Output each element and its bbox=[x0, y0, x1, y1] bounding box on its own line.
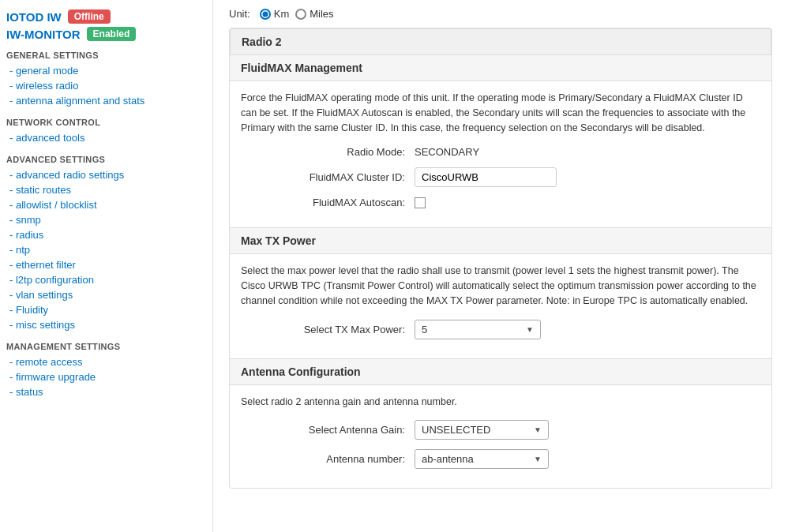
sidebar: IOTOD IW Offline IW-MONITOR Enabled GENE… bbox=[0, 0, 213, 532]
fluidmax-desc: Force the FluidMAX operating mode of thi… bbox=[241, 91, 760, 135]
miles-radio[interactable]: Miles bbox=[295, 8, 333, 20]
miles-label: Miles bbox=[310, 8, 333, 20]
network-control-label: NETWORK CONTROL bbox=[6, 118, 206, 127]
antenna-gain-chevron-icon: ▼ bbox=[534, 425, 542, 434]
nav-fluidity[interactable]: - Fluidity bbox=[6, 302, 206, 317]
antenna-config-title: Antenna Configuration bbox=[230, 359, 771, 385]
nav-ntp[interactable]: - ntp bbox=[6, 242, 206, 257]
nav-firmware[interactable]: - firmware upgrade bbox=[6, 369, 206, 384]
antenna-gain-row: Select Antenna Gain: UNSELECTED ▼ bbox=[241, 420, 760, 440]
antenna-number-value: ab-antenna bbox=[422, 453, 474, 465]
nav-status[interactable]: - status bbox=[6, 384, 206, 399]
antenna-config-desc: Select radio 2 antenna gain and antenna … bbox=[241, 395, 760, 410]
tx-max-power-row: Select TX Max Power: 5 ▼ bbox=[241, 320, 760, 339]
brand2-row: IW-MONITOR Enabled bbox=[6, 27, 206, 41]
unit-label: Unit: bbox=[229, 8, 250, 20]
advanced-settings-label: ADVANCED SETTINGS bbox=[6, 155, 206, 164]
nav-vlan[interactable]: - vlan settings bbox=[6, 287, 206, 302]
radio-mode-value: SECONDARY bbox=[415, 146, 479, 158]
antenna-config-block: Antenna Configuration Select radio 2 ant… bbox=[230, 359, 771, 489]
antenna-gain-value: UNSELECTED bbox=[422, 424, 490, 436]
brand1-row: IOTOD IW Offline bbox=[6, 9, 206, 24]
tx-max-power-chevron-icon: ▼ bbox=[526, 325, 534, 334]
nav-allowlist[interactable]: - allowlist / blocklist bbox=[6, 197, 206, 212]
tx-max-power-label: Select TX Max Power: bbox=[241, 324, 415, 335]
km-radio-circle bbox=[260, 9, 271, 20]
cluster-id-label: FluidMAX Cluster ID: bbox=[241, 171, 415, 183]
max-tx-body: Select the max power level that the radi… bbox=[230, 254, 771, 358]
nav-static-routes[interactable]: - static routes bbox=[6, 182, 206, 197]
max-tx-desc: Select the max power level that the radi… bbox=[241, 264, 760, 308]
radio2-title: Radio 2 bbox=[230, 28, 771, 55]
brand1-label[interactable]: IOTOD IW bbox=[6, 10, 62, 24]
brand2-badge: Enabled bbox=[87, 27, 137, 41]
nav-advanced-tools[interactable]: - advanced tools bbox=[6, 130, 206, 145]
nav-snmp[interactable]: - snmp bbox=[6, 212, 206, 227]
antenna-number-label: Antenna number: bbox=[241, 453, 415, 465]
nav-misc[interactable]: - misc settings bbox=[6, 317, 206, 332]
nav-antenna[interactable]: - antenna alignment and stats bbox=[6, 93, 206, 108]
radio-mode-row: Radio Mode: SECONDARY bbox=[241, 146, 760, 158]
autoscan-row: FluidMAX Autoscan: bbox=[241, 197, 760, 208]
nav-advanced-radio[interactable]: - advanced radio settings bbox=[6, 167, 206, 182]
autoscan-checkbox[interactable] bbox=[415, 197, 426, 208]
antenna-number-select[interactable]: ab-antenna ▼ bbox=[415, 449, 549, 469]
tx-max-power-select[interactable]: 5 ▼ bbox=[415, 320, 541, 339]
antenna-number-chevron-icon: ▼ bbox=[534, 455, 542, 463]
antenna-number-row: Antenna number: ab-antenna ▼ bbox=[241, 449, 760, 469]
nav-wireless-radio[interactable]: - wireless radio bbox=[6, 78, 206, 93]
antenna-config-body: Select radio 2 antenna gain and antenna … bbox=[230, 385, 771, 489]
radio-mode-label: Radio Mode: bbox=[241, 146, 415, 158]
general-settings-label: GENERAL SETTINGS bbox=[6, 51, 206, 60]
cluster-id-input[interactable] bbox=[415, 167, 557, 187]
antenna-gain-label: Select Antenna Gain: bbox=[241, 424, 415, 436]
nav-ethernet-filter[interactable]: - ethernet filter bbox=[6, 257, 206, 272]
antenna-gain-select[interactable]: UNSELECTED ▼ bbox=[415, 420, 549, 440]
cluster-id-row: FluidMAX Cluster ID: bbox=[241, 167, 760, 187]
nav-l2tp[interactable]: - l2tp configuration bbox=[6, 272, 206, 287]
fluidmax-body: Force the FluidMAX operating mode of thi… bbox=[230, 81, 771, 227]
km-label: Km bbox=[274, 8, 290, 20]
fluidmax-block: FluidMAX Management Force the FluidMAX o… bbox=[230, 55, 771, 228]
fluidmax-title: FluidMAX Management bbox=[230, 55, 771, 81]
km-radio[interactable]: Km bbox=[260, 8, 290, 20]
brand2-label[interactable]: IW-MONITOR bbox=[6, 28, 81, 41]
brand1-badge: Offline bbox=[68, 9, 111, 24]
max-tx-block: Max TX Power Select the max power level … bbox=[230, 228, 771, 358]
miles-radio-circle bbox=[295, 9, 306, 20]
radio2-section: Radio 2 FluidMAX Management Force the Fl… bbox=[229, 28, 772, 489]
management-settings-label: MANAGEMENT SETTINGS bbox=[6, 342, 206, 351]
max-tx-title: Max TX Power bbox=[230, 228, 771, 254]
nav-radius[interactable]: - radius bbox=[6, 227, 206, 242]
autoscan-label: FluidMAX Autoscan: bbox=[241, 197, 415, 208]
nav-remote-access[interactable]: - remote access bbox=[6, 354, 206, 369]
tx-max-power-value: 5 bbox=[422, 324, 427, 335]
unit-row: Unit: Km Miles bbox=[229, 0, 772, 28]
main-content: Unit: Km Miles Radio 2 FluidMAX Manageme… bbox=[213, 0, 788, 532]
nav-general-mode[interactable]: - general mode bbox=[6, 63, 206, 78]
